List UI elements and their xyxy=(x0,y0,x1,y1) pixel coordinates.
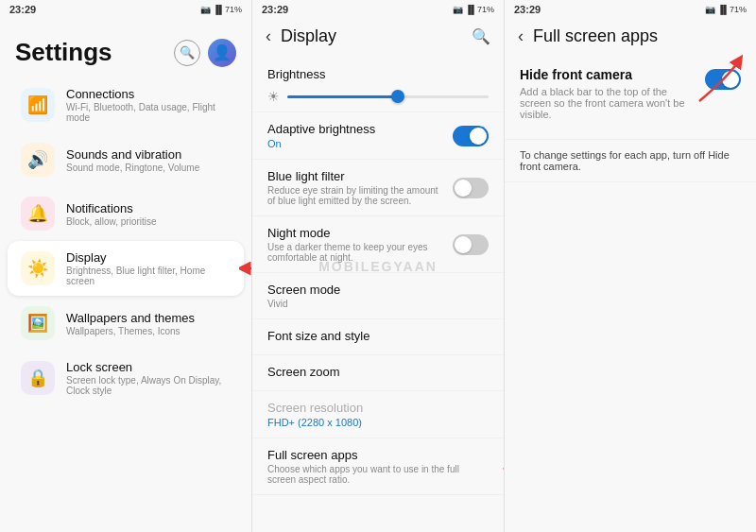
brightness-slider[interactable] xyxy=(287,95,489,98)
status-bar-2: 23:29 📷 ▐▌71% xyxy=(252,0,504,19)
adaptive-title: Adaptive brightness xyxy=(267,122,375,136)
brightness-section: Brightness ☀ xyxy=(252,58,504,112)
night-toggle-knob xyxy=(455,236,472,253)
lock-icon: 🔒 xyxy=(21,361,55,395)
status-bar-1: 23:29 📷 ▐▌71% xyxy=(0,0,251,19)
hide-camera-row: Hide front camera Add a black bar to the… xyxy=(520,67,741,120)
display-content: Brightness ☀ Adaptive brightness On xyxy=(252,54,504,532)
settings-item-connections[interactable]: 📶 Connections Wi-Fi, Bluetooth, Data usa… xyxy=(8,77,244,132)
blue-light-row: Blue light filter Reduce eye strain by l… xyxy=(267,169,489,206)
profile-avatar[interactable]: 👤 xyxy=(208,39,236,67)
full-screen-desc: Choose which apps you want to use in the… xyxy=(267,464,489,485)
display-panel-title: Display xyxy=(281,26,472,46)
display-arrow xyxy=(239,259,251,278)
display-text: Display Brightness, Blue light filter, H… xyxy=(66,250,231,286)
wallpaper-sub: Wallpapers, Themes, Icons xyxy=(66,326,231,336)
wallpaper-title: Wallpapers and themes xyxy=(66,311,231,325)
connections-text: Connections Wi-Fi, Bluetooth, Data usage… xyxy=(66,87,231,123)
sound-text: Sounds and vibration Sound mode, Rington… xyxy=(66,147,231,173)
notifications-title: Notifications xyxy=(66,201,231,215)
slider-thumb[interactable] xyxy=(391,90,404,103)
blue-light-title: Blue light filter xyxy=(267,169,445,183)
night-mode-text: Night mode Use a darker theme to keep yo… xyxy=(267,226,445,263)
blue-light-toggle[interactable] xyxy=(453,178,489,198)
font-size-title: Font size and style xyxy=(267,329,489,343)
blue-light-section: Blue light filter Reduce eye strain by l… xyxy=(252,160,504,216)
settings-item-lock[interactable]: 🔒 Lock screen Screen lock type, Always O… xyxy=(8,351,244,405)
adaptive-status: On xyxy=(267,138,375,149)
battery-icon-3: ▐▌71% xyxy=(717,5,747,14)
lock-title: Lock screen xyxy=(66,360,231,374)
status-icons-1: 📷 ▐▌71% xyxy=(200,5,242,14)
connections-sub: Wi-Fi, Bluetooth, Data usage, Flight mod… xyxy=(66,102,231,123)
wallpaper-text: Wallpapers and themes Wallpapers, Themes… xyxy=(66,311,231,336)
search-profile-area: 🔍 👤 xyxy=(174,39,236,67)
display-sub: Brightness, Blue light filter, Home scre… xyxy=(66,266,231,286)
wifi-icon: 📶 xyxy=(27,94,48,115)
full-screen-apps-section[interactable]: Full screen apps Choose which apps you w… xyxy=(252,438,504,495)
display-icon: ☀️ xyxy=(21,251,55,285)
blue-light-desc: Reduce eye strain by limiting the amount… xyxy=(267,185,445,206)
fullscreen-arrow xyxy=(499,446,504,474)
status-bar-3: 23:29 📷 ▐▌71% xyxy=(505,0,756,19)
search-icon-display[interactable]: 🔍 xyxy=(472,27,490,45)
font-size-section[interactable]: Font size and style xyxy=(252,319,504,355)
screen-zoom-section[interactable]: Screen zoom xyxy=(252,355,504,391)
search-button[interactable]: 🔍 xyxy=(174,40,200,66)
slider-fill xyxy=(287,95,398,98)
camera-icon-2: 📷 xyxy=(453,5,463,14)
settings-panel: 23:29 📷 ▐▌71% Settings 🔍 👤 📶 Connections… xyxy=(0,0,252,532)
screen-zoom-title: Screen zoom xyxy=(267,365,489,379)
hide-camera-toggle[interactable] xyxy=(705,69,741,90)
settings-item-wallpaper[interactable]: 🖼️ Wallpapers and themes Wallpapers, The… xyxy=(8,297,244,350)
hide-camera-section: Hide front camera Add a black bar to the… xyxy=(505,54,756,140)
adaptive-toggle[interactable] xyxy=(453,126,489,146)
screen-mode-section[interactable]: Screen mode Vivid xyxy=(252,273,504,319)
toggle-knob xyxy=(470,128,487,145)
night-mode-section: Night mode Use a darker theme to keep yo… xyxy=(252,216,504,273)
time-2: 23:29 xyxy=(262,4,288,15)
settings-list: 📶 Connections Wi-Fi, Bluetooth, Data usa… xyxy=(0,77,251,532)
settings-title: Settings xyxy=(15,38,112,67)
time-3: 23:29 xyxy=(514,4,541,15)
lock-sub: Screen lock type, Always On Display, Clo… xyxy=(66,375,231,396)
battery-icon: ▐▌71% xyxy=(213,5,242,14)
fullscreen-panel-title: Full screen apps xyxy=(533,26,743,46)
back-button-fullscreen[interactable]: ‹ xyxy=(518,26,524,46)
battery-icon-2: ▐▌71% xyxy=(465,5,494,14)
sound-icon: 🔊 xyxy=(21,143,55,177)
notifications-sub: Block, allow, prioritise xyxy=(66,216,231,227)
screen-resolution-section[interactable]: Screen resolution FHD+ (2280 x 1080) xyxy=(252,391,504,438)
display-panel: 23:29 📷 ▐▌71% ‹ Display 🔍 Brightness ☀ xyxy=(252,0,505,532)
blue-light-text: Blue light filter Reduce eye strain by l… xyxy=(267,169,445,206)
screen-resolution-title: Screen resolution xyxy=(267,401,489,415)
status-icons-3: 📷 ▐▌71% xyxy=(705,5,747,14)
settings-item-display[interactable]: ☀️ Display Brightness, Blue light filter… xyxy=(8,241,244,296)
brightness-slider-row: ☀ xyxy=(267,89,489,104)
connections-title: Connections xyxy=(66,87,231,101)
fullscreen-content: Hide front camera Add a black bar to the… xyxy=(505,54,756,532)
settings-header: Settings 🔍 👤 xyxy=(0,19,251,77)
sound-title: Sounds and vibration xyxy=(66,147,231,162)
night-mode-toggle[interactable] xyxy=(453,234,489,255)
notifications-icon: 🔔 xyxy=(21,197,55,231)
full-screen-title: Full screen apps xyxy=(267,448,489,462)
night-mode-title: Night mode xyxy=(267,226,445,240)
fullscreen-top-bar: ‹ Full screen apps xyxy=(505,19,756,54)
time-1: 23:29 xyxy=(9,4,36,15)
night-mode-row: Night mode Use a darker theme to keep yo… xyxy=(267,226,489,263)
camera-icon-3: 📷 xyxy=(705,5,715,14)
hide-camera-text: Hide front camera Add a black bar to the… xyxy=(520,67,697,120)
sound-sub: Sound mode, Ringtone, Volume xyxy=(66,163,231,173)
wallpaper-icon: 🖼️ xyxy=(21,306,55,340)
brightness-label: Brightness xyxy=(267,67,489,81)
settings-item-notifications[interactable]: 🔔 Notifications Block, allow, prioritise xyxy=(8,187,244,240)
settings-item-sound[interactable]: 🔊 Sounds and vibration Sound mode, Ringt… xyxy=(8,133,244,186)
display-top-bar: ‹ Display 🔍 xyxy=(252,19,504,54)
connections-icon: 📶 xyxy=(21,88,55,122)
camera-icon: 📷 xyxy=(200,5,211,14)
screen-resolution-sub: FHD+ (2280 x 1080) xyxy=(267,417,489,428)
back-button-display[interactable]: ‹ xyxy=(266,26,271,46)
fullscreen-panel: 23:29 📷 ▐▌71% ‹ Full screen apps Hide fr… xyxy=(505,0,756,532)
notifications-text: Notifications Block, allow, prioritise xyxy=(66,201,231,227)
